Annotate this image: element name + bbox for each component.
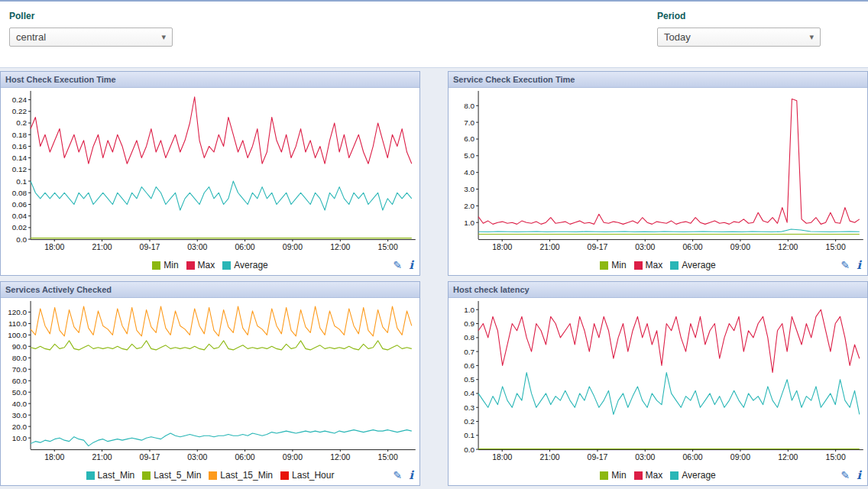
- svg-text:18:00: 18:00: [492, 453, 512, 461]
- svg-text:0.02: 0.02: [12, 223, 28, 232]
- info-icon[interactable]: i: [857, 468, 861, 482]
- info-icon[interactable]: i: [409, 468, 413, 482]
- info-icon[interactable]: i: [409, 258, 413, 272]
- svg-text:0.1: 0.1: [16, 177, 27, 186]
- legend-swatch-icon: [280, 471, 289, 480]
- legend-label: Max: [646, 260, 663, 270]
- chart-services-actively-checked: 120.0110.0100.090.080.070.060.050.040.03…: [1, 298, 419, 465]
- svg-text:3.0: 3.0: [464, 185, 474, 193]
- period-select[interactable]: Today ▾: [657, 28, 821, 47]
- svg-text:1.0: 1.0: [464, 219, 474, 227]
- svg-text:0.14: 0.14: [12, 154, 28, 162]
- svg-text:12:00: 12:00: [330, 453, 350, 461]
- svg-text:15:00: 15:00: [826, 453, 846, 461]
- svg-text:21:00: 21:00: [92, 243, 112, 251]
- panel-services-actively-checked: Services Actively Checked 120.0110.0100.…: [0, 281, 420, 486]
- panel-footer: MinMaxAverage ✎ i: [1, 255, 419, 275]
- legend-item-max: Max: [634, 260, 663, 270]
- legend-item-average: Average: [222, 260, 267, 270]
- panel-service-check-execution-time: Service Check Execution Time 8.07.06.05.…: [448, 71, 868, 276]
- svg-text:0.7: 0.7: [464, 348, 474, 356]
- legend-swatch-icon: [600, 261, 608, 270]
- svg-text:0.2: 0.2: [464, 417, 474, 426]
- panel-footer: MinMaxAverage ✎ i: [449, 255, 867, 275]
- legend-item-last_min: Last_Min: [86, 470, 135, 481]
- svg-text:18:00: 18:00: [492, 243, 512, 251]
- svg-text:03:00: 03:00: [635, 453, 655, 461]
- chart-legend: MinMaxAverage: [449, 470, 867, 481]
- chart-service-check-execution-time: 8.07.06.05.04.03.02.01.018:0021:0009-170…: [449, 88, 867, 255]
- svg-text:0.1: 0.1: [464, 431, 474, 439]
- legend-item-max: Max: [186, 260, 215, 270]
- svg-text:03:00: 03:00: [635, 243, 655, 251]
- poller-label: Poller: [9, 11, 173, 21]
- legend-label: Min: [611, 470, 626, 481]
- legend-swatch-icon: [186, 261, 195, 270]
- svg-text:5.0: 5.0: [464, 151, 474, 160]
- legend-label: Max: [646, 470, 663, 481]
- svg-text:06:00: 06:00: [683, 453, 703, 461]
- svg-text:06:00: 06:00: [235, 453, 255, 461]
- legend-item-average: Average: [670, 470, 715, 481]
- legend-label: Last_5_Min: [154, 470, 201, 481]
- panel-title: Service Check Execution Time: [449, 72, 867, 88]
- poller-filter: Poller central ▾: [9, 11, 173, 47]
- legend-item-last_5_min: Last_5_Min: [142, 470, 201, 481]
- svg-text:120.0: 120.0: [8, 308, 27, 316]
- svg-text:21:00: 21:00: [539, 453, 559, 461]
- svg-text:09:00: 09:00: [283, 453, 303, 461]
- svg-text:09:00: 09:00: [730, 243, 750, 251]
- svg-text:0.4: 0.4: [464, 389, 474, 397]
- legend-label: Min: [611, 260, 626, 270]
- svg-text:40.0: 40.0: [12, 400, 28, 408]
- period-selected-value: Today: [664, 31, 691, 43]
- svg-text:0.18: 0.18: [12, 131, 28, 139]
- footer-icons: ✎ i: [394, 465, 413, 485]
- svg-text:09:00: 09:00: [730, 453, 750, 461]
- svg-text:09-17: 09-17: [140, 243, 160, 251]
- svg-text:06:00: 06:00: [235, 243, 255, 251]
- svg-text:90.0: 90.0: [12, 342, 28, 351]
- svg-text:2.0: 2.0: [464, 202, 474, 210]
- edit-graph-icon[interactable]: ✎: [394, 469, 403, 481]
- svg-text:15:00: 15:00: [378, 453, 398, 461]
- svg-text:0.6: 0.6: [464, 361, 474, 370]
- svg-text:8.0: 8.0: [464, 102, 474, 110]
- footer-icons: ✎ i: [394, 255, 413, 275]
- info-icon[interactable]: i: [857, 258, 861, 272]
- svg-text:12:00: 12:00: [778, 453, 798, 461]
- legend-label: Min: [164, 260, 178, 270]
- period-filter: Period Today ▾: [657, 11, 821, 47]
- edit-graph-icon[interactable]: ✎: [394, 259, 403, 271]
- svg-text:70.0: 70.0: [12, 365, 28, 374]
- legend-swatch-icon: [600, 471, 608, 480]
- svg-text:09-17: 09-17: [140, 453, 160, 461]
- edit-graph-icon[interactable]: ✎: [841, 259, 850, 271]
- panel-title: Host Check Execution Time: [1, 72, 419, 88]
- chevron-down-icon: ▾: [161, 32, 166, 42]
- svg-text:30.0: 30.0: [12, 411, 28, 419]
- legend-item-min: Min: [152, 260, 178, 270]
- panel-footer: MinMaxAverage ✎ i: [449, 465, 867, 485]
- svg-text:0.2: 0.2: [16, 118, 27, 127]
- svg-text:0.24: 0.24: [12, 96, 28, 104]
- chart-host-check-latency: 1.00.90.80.70.60.50.40.30.20.10.018:0021…: [449, 298, 867, 465]
- legend-swatch-icon: [670, 261, 679, 270]
- svg-text:0.04: 0.04: [12, 212, 28, 220]
- svg-text:09-17: 09-17: [588, 243, 608, 251]
- svg-text:18:00: 18:00: [44, 453, 64, 461]
- svg-text:10.0: 10.0: [12, 434, 28, 442]
- footer-icons: ✎ i: [841, 465, 861, 485]
- legend-label: Last_15_Min: [220, 470, 273, 481]
- svg-text:0.08: 0.08: [12, 189, 28, 197]
- svg-text:0.3: 0.3: [464, 403, 474, 412]
- period-label: Period: [657, 11, 821, 21]
- edit-graph-icon[interactable]: ✎: [841, 469, 850, 481]
- svg-text:03:00: 03:00: [187, 453, 207, 461]
- poller-select[interactable]: central ▾: [9, 28, 173, 47]
- chart-legend: MinMaxAverage: [1, 260, 419, 270]
- svg-text:6.0: 6.0: [464, 134, 474, 143]
- chart-legend: MinMaxAverage: [449, 260, 867, 270]
- legend-swatch-icon: [670, 471, 679, 480]
- svg-text:18:00: 18:00: [44, 243, 64, 251]
